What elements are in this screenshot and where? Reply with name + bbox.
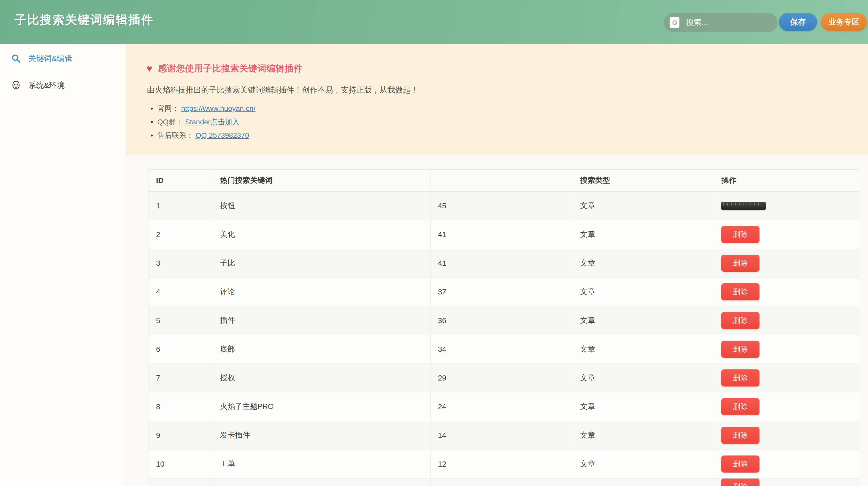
cell-type: 文章 <box>573 192 714 220</box>
delete-button[interactable]: 删除 <box>721 427 760 444</box>
cell-keyword: 发卡插件 <box>213 421 431 450</box>
cell-count: 24 <box>431 393 573 421</box>
top-header-bar: 子比搜索关键词编辑插件 保存 业务专区 <box>0 0 868 44</box>
cell-id: 3 <box>149 249 213 277</box>
cell-action <box>714 192 859 220</box>
cell-keyword: 工单 <box>213 450 431 478</box>
bullet-dot: • <box>151 131 157 140</box>
column-header-type: 搜索类型 <box>573 170 714 191</box>
bullet-label: 售后联系： <box>157 131 193 140</box>
column-header-count <box>431 170 573 191</box>
table-row: 3 子比 41 文章 删除 <box>149 249 859 278</box>
cell-action: 删除 <box>714 278 859 306</box>
list-item: • QQ群： Stander点击加入 <box>151 115 255 129</box>
cell-count: 14 <box>431 421 573 450</box>
cell-type: 文章 <box>573 278 714 306</box>
cell-keyword: 底部 <box>213 335 431 364</box>
table-row: 1 按钮 45 文章 <box>149 192 859 220</box>
delete-button[interactable]: 删除 <box>721 312 760 329</box>
search-icon <box>670 17 679 28</box>
delete-button[interactable]: 删除 <box>721 226 760 243</box>
column-header-id: ID <box>149 170 213 191</box>
delete-button[interactable]: 删除 <box>721 398 760 415</box>
cell-action: 删除 <box>714 421 859 450</box>
table-row: 7 授权 29 文章 删除 <box>149 364 859 393</box>
cell-type: 文章 <box>573 306 714 335</box>
header-search-box[interactable] <box>664 13 778 32</box>
cell-keyword: 美化 <box>213 220 431 249</box>
qq-group-join-link[interactable]: Stander点击加入 <box>185 117 240 127</box>
heart-icon: ♥ <box>147 64 152 74</box>
search-input[interactable] <box>686 18 786 27</box>
sidebar: 关键词&编辑 系统&环境 <box>0 44 126 486</box>
table-row: 10 工单 12 文章 删除 <box>149 450 859 479</box>
cell-count: 37 <box>431 278 573 306</box>
bullet-label: 官网： <box>157 104 179 113</box>
cell-id: 10 <box>149 450 213 478</box>
support-qq-link[interactable]: QQ 2573982370 <box>195 131 249 140</box>
cell-keyword: 评论 <box>213 278 431 306</box>
table-row: 9 发卡插件 14 文章 删除 <box>149 421 859 450</box>
cell-keyword <box>213 479 431 486</box>
bullet-label: QQ群： <box>157 117 183 127</box>
cell-id: 5 <box>149 306 213 335</box>
cell-count <box>431 479 573 486</box>
cell-id: 6 <box>149 335 213 364</box>
delete-button[interactable]: 删除 <box>721 283 760 301</box>
notice-link-list: • 官网： https://www.huoyan.cn/ • QQ群： Stan… <box>151 102 255 142</box>
cell-id: 1 <box>149 192 213 220</box>
thanks-notice-panel: ♥ 感谢您使用子比搜索关键词编辑插件 由火焰科技推出的子比搜索关键词编辑插件！创… <box>126 44 868 155</box>
official-site-link[interactable]: https://www.huoyan.cn/ <box>181 105 255 113</box>
cell-id <box>149 479 213 486</box>
delete-button[interactable]: 删除 <box>721 479 760 486</box>
delete-button[interactable]: 删除 <box>721 255 760 272</box>
sidebar-item-label: 系统&环境 <box>28 80 65 91</box>
column-header-action: 操作 <box>714 170 859 191</box>
cell-type: 文章 <box>573 364 714 392</box>
sidebar-item-label: 关键词&编辑 <box>28 53 72 64</box>
bullet-dot: • <box>151 118 157 126</box>
sidebar-item-keywords-edit[interactable]: 关键词&编辑 <box>0 50 126 67</box>
cell-keyword: 插件 <box>213 306 431 335</box>
cell-action: 删除 <box>714 364 859 392</box>
cell-keyword: 授权 <box>213 364 431 392</box>
table-row: 6 底部 34 文章 删除 <box>149 335 859 364</box>
search-icon <box>11 53 21 64</box>
cell-count: 29 <box>431 364 573 392</box>
table-row: 5 插件 36 文章 删除 <box>149 306 859 335</box>
cell-type: 文章 <box>573 393 714 421</box>
cell-type: 文章 <box>573 421 714 450</box>
table-header-row: ID 热门搜索关键词 搜索类型 操作 <box>149 170 859 192</box>
cell-action: 删除 <box>714 335 859 364</box>
cell-type: 文章 <box>573 220 714 249</box>
delete-button[interactable]: 删除 <box>721 456 760 473</box>
cell-keyword: 火焰子主题PRO <box>213 393 431 421</box>
system-icon <box>11 80 21 90</box>
cell-type <box>573 479 714 486</box>
notice-body-text: 由火焰科技推出的子比搜索关键词编辑插件！创作不易，支持正版，从我做起！ <box>147 85 418 95</box>
column-header-keyword: 热门搜索关键词 <box>213 170 431 191</box>
table-row: 8 火焰子主题PRO 24 文章 删除 <box>149 393 859 421</box>
cell-id: 9 <box>149 421 213 450</box>
row-action-dark-bar <box>721 202 766 210</box>
cell-count: 34 <box>431 335 573 364</box>
cell-count: 45 <box>431 192 573 220</box>
cell-keyword: 子比 <box>213 249 431 277</box>
notice-heading: 感谢您使用子比搜索关键词编辑插件 <box>158 62 303 75</box>
keywords-table: ID 热门搜索关键词 搜索类型 操作 1 按钮 45 文章 2 美化 41 文章… <box>149 169 859 486</box>
cell-id: 2 <box>149 220 213 249</box>
delete-button[interactable]: 删除 <box>721 341 760 358</box>
cell-action: 删除 <box>714 450 859 478</box>
cell-action: 删除 <box>714 249 859 277</box>
table-row: 4 评论 37 文章 删除 <box>149 278 859 306</box>
cell-type: 文章 <box>573 249 714 277</box>
save-button[interactable]: 保存 <box>779 13 817 31</box>
table-row: 删除 <box>149 479 859 486</box>
cell-id: 4 <box>149 278 213 306</box>
sidebar-item-system-env[interactable]: 系统&环境 <box>0 77 126 93</box>
list-item: • 售后联系： QQ 2573982370 <box>151 129 255 142</box>
plugin-admin-page: 子比搜索关键词编辑插件 保存 业务专区 关键词&编辑 <box>0 0 868 486</box>
business-zone-button[interactable]: 业务专区 <box>821 13 867 31</box>
cell-count: 36 <box>431 306 573 335</box>
delete-button[interactable]: 删除 <box>721 369 760 387</box>
